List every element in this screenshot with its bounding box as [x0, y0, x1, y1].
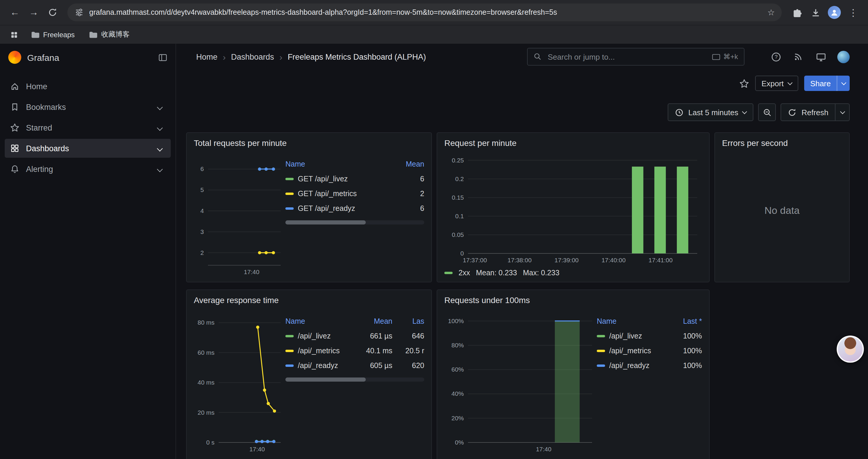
forward-button[interactable]: → [25, 4, 42, 21]
panel-total-requests-per-minute: Total requests per minute 6543217:40 Nam… [186, 132, 432, 282]
svg-text:40 ms: 40 ms [198, 379, 215, 386]
download-icon [810, 7, 820, 18]
kiosk-mode-button[interactable] [814, 50, 827, 63]
floating-assistant-avatar[interactable] [837, 335, 864, 363]
breadcrumb-dashboards[interactable]: Dashboards [231, 52, 274, 61]
avg-response-time-chart[interactable]: 0 s20 ms40 ms60 ms80 ms17:40 [194, 308, 285, 453]
svg-text:5: 5 [200, 186, 204, 193]
sidebar-item-bookmarks[interactable]: Bookmarks [5, 97, 171, 117]
svg-text:0 s: 0 s [206, 439, 215, 446]
panel-title[interactable]: Requests under 100ms [444, 295, 702, 305]
breadcrumb-home[interactable]: Home [196, 52, 217, 61]
svg-text:17:39:00: 17:39:00 [555, 257, 579, 263]
legend-row[interactable]: /api/_readyz605 µs620 [285, 358, 424, 373]
svg-text:0.25: 0.25 [452, 157, 464, 164]
chevron-down-icon[interactable] [157, 166, 163, 172]
time-controls: Last 5 minutes Refresh [668, 103, 850, 122]
svg-text:80%: 80% [452, 342, 464, 349]
total-requests-chart[interactable]: 6543217:40 [194, 151, 285, 276]
sidebar-item-dashboards[interactable]: Dashboards [5, 139, 171, 158]
panel-title[interactable]: Average response time [194, 295, 424, 305]
legend-header[interactable]: NameLast * [597, 314, 702, 328]
extensions-button[interactable] [788, 4, 805, 21]
chevron-down-icon[interactable] [157, 125, 163, 131]
svg-text:4: 4 [200, 207, 204, 214]
panel-title[interactable]: Errors per second [722, 138, 842, 148]
brand-row: Grafana [0, 44, 176, 71]
site-info-icon[interactable] [74, 8, 84, 17]
sidebar-nav: Home Bookmarks Starred [0, 71, 176, 184]
user-menu-button[interactable] [837, 50, 850, 63]
bookmark-star-icon[interactable]: ☆ [764, 5, 778, 20]
news-button[interactable] [792, 50, 805, 63]
time-range-picker[interactable]: Last 5 minutes [668, 103, 754, 121]
back-button[interactable]: ← [6, 4, 24, 21]
browser-toolbar: ← → grafana.mathmast.com/d/deytv4rwavabk… [0, 0, 868, 25]
bookmark-folder-freeleaps[interactable]: Freeleaps [26, 29, 80, 40]
help-button[interactable]: ? [769, 50, 782, 63]
legend-header[interactable]: NameMeanLas [285, 314, 424, 328]
chevron-down-icon[interactable] [157, 145, 163, 151]
legend-row[interactable]: /api/_metrics40.1 ms20.5 r [285, 343, 424, 358]
legend-row[interactable]: GET /api/_readyz6 [285, 201, 424, 216]
legend-scrollbar[interactable] [285, 220, 424, 225]
legend-row[interactable]: GET /api/_metrics2 [285, 186, 424, 201]
refresh-interval-button[interactable] [836, 103, 850, 121]
panel-request-per-minute: Request per minute 00.050.10.150.20.2517… [437, 132, 710, 282]
zoom-out-button[interactable] [758, 103, 776, 121]
refresh-button[interactable]: Refresh [781, 103, 836, 121]
search-box[interactable]: ⌘+k [527, 48, 745, 66]
legend-row[interactable]: /api/_metrics100% [597, 343, 702, 358]
legend-row[interactable]: GET /api/_livez6 [285, 171, 424, 186]
breadcrumb-separator: › [223, 52, 226, 62]
browser-menu-button[interactable]: ⋮ [844, 4, 862, 21]
profile-button[interactable] [826, 4, 843, 21]
legend-row[interactable]: /api/_readyz100% [597, 358, 702, 373]
brand-name: Grafana [27, 52, 59, 62]
svg-text:0.05: 0.05 [452, 231, 464, 238]
search-icon [533, 53, 542, 61]
legend-table[interactable]: NameMean GET /api/_livez6 GET /api/_metr… [285, 157, 424, 276]
bookmark-label: Freeleaps [43, 30, 75, 39]
legend-table[interactable]: NameLast * /api/_livez100% /api/_metrics… [597, 314, 702, 453]
reload-icon [48, 8, 57, 17]
bookmark-folder-blogs[interactable]: 收藏博客 [84, 28, 134, 41]
request-per-minute-chart[interactable]: 00.050.10.150.20.2517:37:0017:38:0017:39… [444, 151, 702, 264]
series-legend[interactable]: 2xx Mean: 0.233 Max: 0.233 [444, 269, 702, 277]
folder-icon [89, 31, 98, 38]
sidebar-collapse-button[interactable] [158, 53, 167, 62]
chart-svg: 00.050.10.150.20.2517:37:0017:38:0017:39… [444, 151, 702, 264]
sidebar-item-alerting[interactable]: Alerting [5, 160, 171, 178]
share-button[interactable]: Share [804, 76, 837, 91]
favorite-dashboard-button[interactable] [739, 78, 749, 88]
url-text[interactable]: grafana.mathmast.com/d/deytv4rwavabkb/fr… [89, 8, 759, 17]
search-input[interactable] [547, 52, 707, 62]
export-button[interactable]: Export [755, 76, 798, 91]
series-swatch [444, 272, 453, 274]
panel-title[interactable]: Request per minute [444, 138, 702, 148]
legend-row[interactable]: /api/_livez100% [597, 328, 702, 343]
help-icon: ? [771, 52, 781, 62]
sidebar-item-starred[interactable]: Starred [5, 118, 171, 137]
legend-table[interactable]: NameMeanLas /api/_livez661 µs646 /api/_m… [285, 314, 424, 453]
sidebar-item-label: Bookmarks [26, 102, 66, 111]
legend-scrollbar[interactable] [285, 378, 424, 382]
reload-button[interactable] [44, 4, 61, 21]
share-menu-button[interactable] [837, 76, 850, 91]
bookmark-icon [10, 102, 20, 112]
breadcrumb-separator: › [279, 52, 282, 62]
panel-title[interactable]: Total requests per minute [194, 138, 424, 148]
chevron-down-icon[interactable] [157, 104, 163, 110]
under-100ms-chart[interactable]: 0%20%40%60%80%100%17:40 [444, 308, 597, 453]
series-max: Max: 0.233 [523, 269, 560, 277]
legend-header[interactable]: NameMean [285, 157, 424, 171]
series-name[interactable]: 2xx [459, 269, 470, 277]
svg-text:17:40:00: 17:40:00 [601, 257, 626, 263]
address-bar[interactable]: grafana.mathmast.com/d/deytv4rwavabkb/fr… [67, 4, 782, 21]
legend-row[interactable]: /api/_livez661 µs646 [285, 328, 424, 343]
grafana-logo[interactable] [8, 51, 21, 64]
sidebar-item-label: Home [26, 82, 47, 91]
apps-grid-button[interactable] [7, 28, 21, 42]
downloads-button[interactable] [807, 4, 824, 21]
sidebar-item-home[interactable]: Home [5, 77, 171, 96]
